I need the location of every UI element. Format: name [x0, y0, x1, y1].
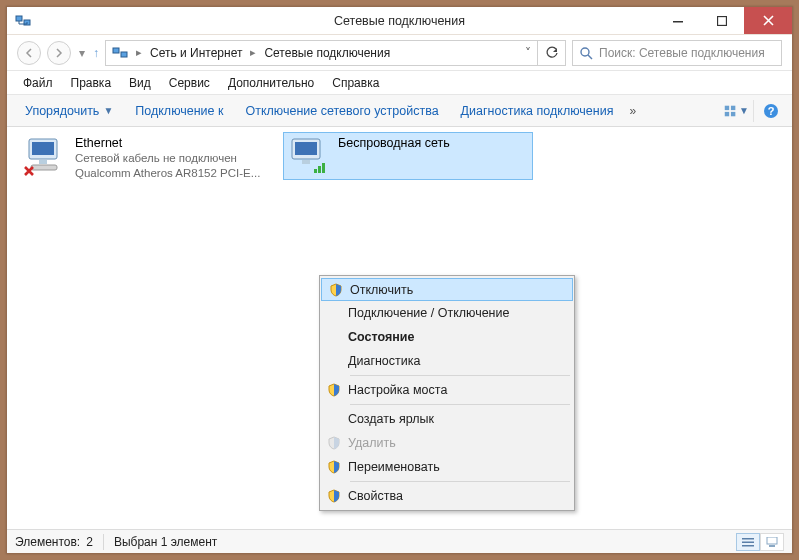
- context-menu: Отключить Подключение / Отключение Состо…: [319, 275, 575, 511]
- forward-button[interactable]: [47, 41, 71, 65]
- wireless-icon: [286, 135, 332, 177]
- status-bar: Элементов: 2 Выбран 1 элемент: [7, 529, 792, 553]
- svg-rect-16: [31, 165, 57, 170]
- diagnose-button[interactable]: Диагностика подключения: [451, 100, 624, 122]
- breadcrumb-label-2: Сетевые подключения: [264, 46, 390, 60]
- svg-rect-15: [39, 160, 47, 164]
- svg-rect-27: [769, 545, 775, 547]
- search-input[interactable]: Поиск: Сетевые подключения: [572, 40, 782, 66]
- svg-rect-26: [767, 537, 777, 544]
- svg-rect-0: [16, 16, 22, 21]
- svg-rect-23: [742, 538, 754, 540]
- ctx-label: Переименовать: [348, 460, 440, 474]
- connect-to-button[interactable]: Подключение к: [125, 100, 233, 122]
- status-selected-label: Выбран 1 элемент: [114, 535, 217, 549]
- view-switch: [736, 533, 784, 551]
- connection-item-wireless[interactable]: Беспроводная сеть: [283, 132, 533, 180]
- svg-rect-18: [295, 142, 317, 155]
- ctx-label: Создать ярлык: [348, 412, 434, 426]
- status-elements-count: 2: [86, 535, 93, 549]
- menu-view[interactable]: Вид: [121, 73, 159, 93]
- maximize-button[interactable]: [700, 7, 744, 34]
- shield-icon: [327, 460, 341, 474]
- svg-rect-24: [742, 541, 754, 543]
- svg-rect-14: [32, 142, 54, 155]
- menu-extra[interactable]: Дополнительно: [220, 73, 322, 93]
- item-labels: Беспроводная сеть: [338, 135, 450, 177]
- breadcrumb-seg-1[interactable]: Сеть и Интернет: [144, 41, 248, 65]
- shield-icon: [329, 283, 343, 297]
- content-area: Ethernet Сетевой кабель не подключен Qua…: [7, 127, 792, 529]
- up-button[interactable]: ↑: [93, 46, 99, 60]
- overflow-button[interactable]: »: [625, 104, 640, 118]
- svg-rect-25: [742, 545, 754, 547]
- svg-rect-22: [322, 163, 325, 173]
- ctx-label: Подключение / Отключение: [348, 306, 509, 320]
- menu-help[interactable]: Справка: [324, 73, 387, 93]
- ctx-bridge[interactable]: Настройка моста: [320, 378, 574, 402]
- status-elements-label: Элементов:: [15, 535, 80, 549]
- address-dropdown[interactable]: ˅: [519, 46, 537, 60]
- ctx-label: Настройка моста: [348, 383, 447, 397]
- item-title: Беспроводная сеть: [338, 136, 450, 151]
- back-button[interactable]: [17, 41, 41, 65]
- svg-text:?: ?: [768, 105, 775, 117]
- shield-icon: [327, 489, 341, 503]
- minimize-button[interactable]: [656, 7, 700, 34]
- svg-rect-3: [718, 16, 727, 25]
- svg-rect-5: [121, 52, 127, 57]
- item-device: Qualcomm Atheros AR8152 PCI-E...: [75, 166, 260, 181]
- view-details-button[interactable]: [736, 533, 760, 551]
- menu-bar: Файл Правка Вид Сервис Дополнительно Спр…: [7, 71, 792, 95]
- ctx-disable[interactable]: Отключить: [321, 278, 573, 301]
- ctx-label: Свойства: [348, 489, 403, 503]
- menu-file[interactable]: Файл: [15, 73, 61, 93]
- menu-edit[interactable]: Правка: [63, 73, 120, 93]
- history-dropdown[interactable]: ▾: [77, 46, 87, 60]
- breadcrumb-separator-icon: ▸: [248, 46, 258, 59]
- ctx-label: Удалить: [348, 436, 396, 450]
- command-bar: Упорядочить ▼ Подключение к Отключение с…: [7, 95, 792, 127]
- svg-rect-2: [673, 21, 683, 23]
- ctx-connect-disconnect[interactable]: Подключение / Отключение: [320, 301, 574, 325]
- breadcrumb-seg-2[interactable]: Сетевые подключения: [258, 41, 396, 65]
- ctx-status[interactable]: Состояние: [320, 325, 574, 349]
- item-labels: Ethernet Сетевой кабель не подключен Qua…: [75, 135, 260, 181]
- ctx-label: Диагностика: [348, 354, 420, 368]
- connection-item-ethernet[interactable]: Ethernet Сетевой кабель не подключен Qua…: [21, 133, 273, 183]
- address-bar[interactable]: ▸ Сеть и Интернет ▸ Сетевые подключения …: [105, 40, 566, 66]
- breadcrumb-separator-icon: ▸: [134, 46, 144, 59]
- view-large-icons-button[interactable]: [760, 533, 784, 551]
- ctx-diagnose[interactable]: Диагностика: [320, 349, 574, 373]
- organize-button[interactable]: Упорядочить ▼: [15, 100, 123, 122]
- search-placeholder: Поиск: Сетевые подключения: [599, 46, 765, 60]
- menu-service[interactable]: Сервис: [161, 73, 218, 93]
- ctx-label: Отключить: [350, 283, 413, 297]
- search-icon: [579, 46, 593, 60]
- ctx-rename[interactable]: Переименовать: [320, 455, 574, 479]
- shield-icon: [327, 436, 341, 450]
- svg-rect-21: [318, 166, 321, 173]
- app-icon: [15, 13, 31, 29]
- help-button[interactable]: ?: [758, 98, 784, 124]
- breadcrumb-label-1: Сеть и Интернет: [150, 46, 242, 60]
- ctx-create-shortcut[interactable]: Создать ярлык: [320, 407, 574, 431]
- item-status: Сетевой кабель не подключен: [75, 151, 260, 166]
- svg-rect-7: [725, 105, 729, 109]
- titlebar: Сетевые подключения: [7, 7, 792, 35]
- window: Сетевые подключения ▾ ↑ ▸ Сеть и Интерне…: [6, 6, 793, 554]
- shield-icon: [327, 383, 341, 397]
- views-button[interactable]: ▼: [723, 98, 749, 124]
- ctx-properties[interactable]: Свойства: [320, 484, 574, 508]
- svg-rect-10: [731, 111, 735, 115]
- svg-rect-19: [302, 160, 310, 164]
- nav-row: ▾ ↑ ▸ Сеть и Интернет ▸ Сетевые подключе…: [7, 35, 792, 71]
- close-button[interactable]: [744, 7, 792, 34]
- refresh-button[interactable]: [537, 41, 565, 65]
- ctx-label: Состояние: [348, 330, 414, 344]
- organize-label: Упорядочить: [25, 104, 99, 118]
- window-controls: [656, 7, 792, 34]
- item-title: Ethernet: [75, 136, 260, 151]
- svg-rect-8: [731, 105, 735, 109]
- disable-device-button[interactable]: Отключение сетевого устройства: [236, 100, 449, 122]
